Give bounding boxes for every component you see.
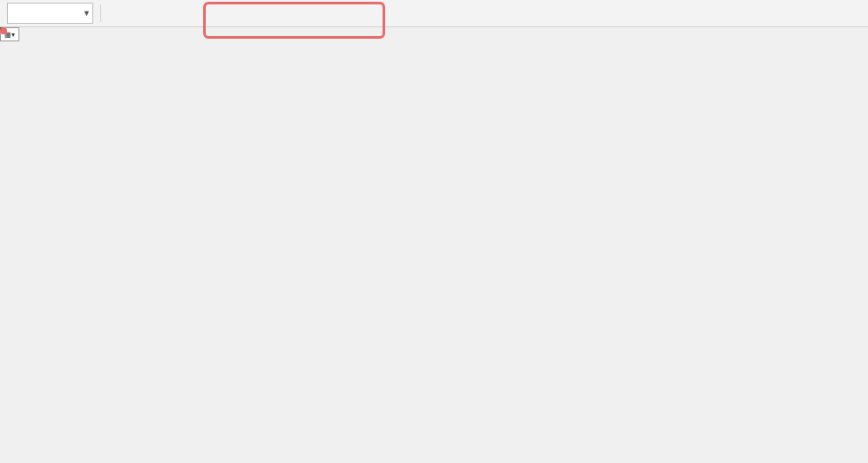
cancel-button[interactable] — [108, 4, 128, 23]
confirm-button[interactable] — [135, 4, 154, 23]
chevron-down-icon: ▼ — [83, 9, 91, 18]
divider — [100, 4, 101, 22]
name-box[interactable]: ▼ — [7, 3, 93, 24]
formula-input[interactable] — [171, 4, 791, 23]
formula-bar: ▼ — [0, 0, 868, 27]
autofill-options-button[interactable]: ▦▾ — [0, 27, 19, 41]
